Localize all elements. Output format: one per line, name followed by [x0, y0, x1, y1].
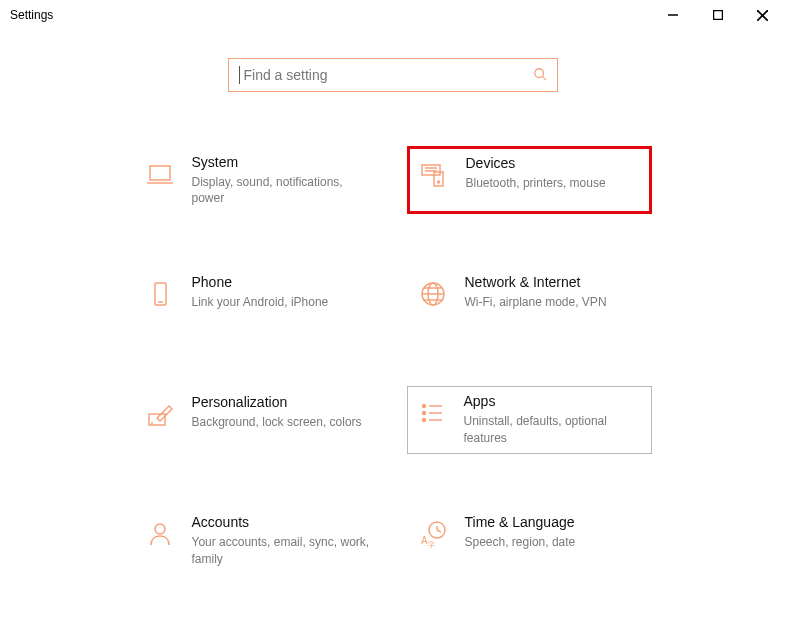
tile-title: Personalization: [192, 394, 362, 410]
tile-time-language[interactable]: A字 Time & Language Speech, region, date: [407, 506, 652, 574]
phone-icon: [142, 276, 178, 312]
tile-phone[interactable]: Phone Link your Android, iPhone: [134, 266, 379, 334]
search-placeholder: Find a setting: [244, 67, 533, 83]
devices-icon: [416, 157, 452, 193]
svg-point-22: [422, 405, 425, 408]
apps-icon: [414, 395, 450, 431]
svg-point-28: [155, 524, 165, 534]
search-icon: [533, 67, 547, 84]
close-button[interactable]: [740, 0, 785, 30]
content-area: Find a setting System Display, sound, no…: [0, 30, 785, 623]
settings-grid: System Display, sound, notifications, po…: [40, 146, 745, 623]
svg-rect-8: [422, 165, 440, 175]
tile-system[interactable]: System Display, sound, notifications, po…: [134, 146, 379, 214]
svg-rect-6: [150, 166, 170, 180]
tile-title: System: [192, 154, 371, 170]
tile-desc: Display, sound, notifications, power: [192, 174, 371, 206]
window-controls: [650, 0, 785, 30]
tile-desc: Bluetooth, printers, mouse: [466, 175, 606, 191]
globe-icon: [415, 276, 451, 312]
person-icon: [142, 516, 178, 552]
tile-desc: Speech, region, date: [465, 534, 576, 550]
tile-title: Time & Language: [465, 514, 576, 530]
laptop-icon: [142, 156, 178, 192]
tile-desc: Wi-Fi, airplane mode, VPN: [465, 294, 607, 310]
tile-network[interactable]: Network & Internet Wi-Fi, airplane mode,…: [407, 266, 652, 334]
text-cursor: [239, 66, 240, 84]
search-container: Find a setting: [40, 58, 745, 92]
tile-title: Phone: [192, 274, 329, 290]
pen-icon: [142, 396, 178, 432]
window-title: Settings: [10, 8, 53, 22]
search-input[interactable]: Find a setting: [228, 58, 558, 92]
tile-desc: Your accounts, email, sync, work, family: [192, 534, 371, 566]
tile-personalization[interactable]: Personalization Background, lock screen,…: [134, 386, 379, 454]
svg-point-26: [422, 419, 425, 422]
tile-accounts[interactable]: Accounts Your accounts, email, sync, wor…: [134, 506, 379, 574]
tile-title: Accounts: [192, 514, 371, 530]
tile-desc: Link your Android, iPhone: [192, 294, 329, 310]
tile-desc: Uninstall, defaults, optional features: [464, 413, 645, 445]
tile-title: Network & Internet: [465, 274, 607, 290]
svg-point-12: [437, 181, 439, 183]
svg-rect-1: [713, 11, 722, 20]
time-lang-icon: A字: [415, 516, 451, 552]
svg-text:A: A: [421, 535, 428, 546]
titlebar: Settings: [0, 0, 785, 30]
svg-rect-11: [434, 172, 443, 186]
maximize-button[interactable]: [695, 0, 740, 30]
minimize-button[interactable]: [650, 0, 695, 30]
svg-text:字: 字: [428, 541, 435, 548]
tile-title: Apps: [464, 393, 645, 409]
svg-point-4: [534, 68, 543, 77]
tile-desc: Background, lock screen, colors: [192, 414, 362, 430]
svg-point-24: [422, 412, 425, 415]
tile-title: Devices: [466, 155, 606, 171]
tile-apps[interactable]: Apps Uninstall, defaults, optional featu…: [407, 386, 652, 454]
svg-line-5: [542, 76, 546, 80]
tile-devices[interactable]: Devices Bluetooth, printers, mouse: [407, 146, 652, 214]
svg-line-31: [437, 530, 441, 532]
